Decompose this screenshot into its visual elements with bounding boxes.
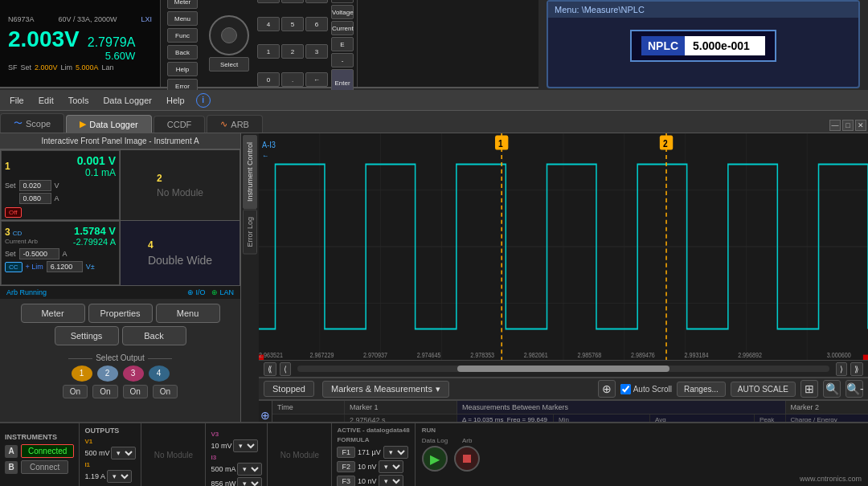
zoom-fit-btn[interactable]: ⊞ [800, 380, 818, 398]
auto-scroll-checkbox[interactable] [620, 384, 631, 394]
i1-select[interactable]: ▾ [107, 470, 132, 483]
tab-data-logger[interactable]: ▶ Data Logger [66, 115, 152, 133]
select-key[interactable]: Select [209, 57, 249, 71]
back-key[interactable]: Back [167, 45, 198, 59]
properties-button[interactable]: Properties [88, 304, 153, 323]
crosshair-btn[interactable]: ⊕ [598, 380, 616, 398]
menu-data-logger[interactable]: Data Logger [96, 93, 158, 108]
v1-val: 500 mV [84, 449, 109, 457]
active-label: ACTIVE - datalogdata48 [337, 427, 409, 434]
arb-run-label: Arb [462, 437, 472, 444]
crosshair-icon[interactable]: ⊕ [260, 409, 270, 422]
menu-tools[interactable]: Tools [62, 93, 96, 108]
ch1-current: 0.1 mA [77, 167, 116, 178]
output-num-2[interactable]: 2 [97, 366, 118, 382]
key-8[interactable]: 8 [281, 0, 304, 3]
output-num-3[interactable]: 3 [123, 366, 144, 382]
key-backspace[interactable]: ← [305, 72, 328, 87]
tab-scope[interactable]: 〜 Scope [0, 113, 64, 133]
zoom-in-btn[interactable]: 🔍+ [823, 380, 841, 398]
on-btn-2[interactable]: On [92, 385, 117, 398]
minimize-btn[interactable]: — [829, 120, 841, 131]
stop-button[interactable]: ⏹ [454, 446, 480, 472]
func-buttons: Meter Menu Func Back Help Error [167, 0, 198, 93]
key-6[interactable]: 6 [305, 17, 328, 31]
on-btn-4[interactable]: On [153, 385, 178, 398]
zoom-out-btn[interactable]: 🔍- [845, 380, 863, 398]
key-9[interactable]: 9 [305, 0, 328, 3]
maximize-btn[interactable]: □ [842, 120, 854, 131]
f2-select[interactable]: ▾ [379, 460, 403, 473]
ch2-num: 2 [157, 173, 203, 184]
help-key[interactable]: Help [167, 62, 198, 76]
func-key[interactable]: Func [167, 28, 198, 43]
meter-button[interactable]: Meter [21, 304, 85, 323]
ch3-num: 3 [5, 227, 10, 238]
onoff-key[interactable]: On/Off [331, 0, 354, 3]
nplc-value[interactable]: 5.000e-001 [685, 36, 765, 55]
key-4[interactable]: 4 [257, 17, 280, 31]
menu-button[interactable]: Menu [156, 304, 220, 323]
f1-select[interactable]: ▾ [383, 446, 408, 459]
f3-badge: F3 [337, 476, 355, 486]
auto-scale-button[interactable]: AUTO SCALE [731, 382, 796, 397]
key-5[interactable]: 5 [281, 17, 304, 31]
nav-prev[interactable]: ⟨ [280, 362, 291, 376]
key-E[interactable]: E [331, 37, 354, 51]
tab-arb[interactable]: ∿ ARB [207, 115, 263, 133]
f3-select[interactable]: ▾ [379, 475, 403, 486]
play-button[interactable]: ▶ [422, 446, 448, 472]
i3-select[interactable]: ▾ [237, 463, 262, 476]
ch1-set-v-input[interactable] [19, 180, 51, 191]
close-btn[interactable]: ✕ [855, 120, 866, 131]
select-output-title: Select Output [3, 353, 237, 362]
channel-3-box: 3 CD Current Arb 1.5784 V -2.79924 A Set… [1, 221, 120, 285]
key-dot[interactable]: . [281, 72, 304, 87]
markers-button[interactable]: Markers & Measurements ▾ [322, 381, 449, 398]
back-button[interactable]: Back [122, 326, 186, 345]
ch3-plus-input[interactable] [47, 261, 83, 272]
key-0[interactable]: 0 [257, 72, 280, 87]
vert-tab-instrument-control[interactable]: Instrument Control [243, 135, 257, 209]
p3-select[interactable]: ▾ [237, 477, 262, 486]
output-num-1[interactable]: 1 [72, 366, 92, 382]
key-7[interactable]: 7 [257, 0, 280, 3]
settings-button[interactable]: Settings [55, 326, 119, 345]
svg-text:2.970937: 2.970937 [363, 352, 387, 360]
run-label: RUN [422, 427, 480, 434]
on-btn-1[interactable]: On [63, 385, 88, 398]
menu-bar: File Edit Tools Data Logger Help i [0, 90, 868, 111]
info-icon[interactable]: i [196, 93, 211, 108]
nav-first[interactable]: ⟪ [264, 362, 276, 376]
voltage-key[interactable]: Voltage [331, 5, 354, 19]
sf-label: SF [8, 63, 18, 71]
menu-edit[interactable]: Edit [32, 93, 60, 108]
watermark: www.cntronics.com [800, 475, 862, 483]
meter-key[interactable]: Meter [167, 0, 198, 9]
current-key[interactable]: Current [331, 21, 354, 35]
nav-next[interactable]: ⟩ [836, 362, 847, 376]
ranges-button[interactable]: Ranges... [677, 382, 726, 397]
inst-b-connect[interactable]: Connect [21, 460, 68, 474]
ch1-set-a-input[interactable] [19, 193, 51, 204]
menu-file[interactable]: File [3, 93, 31, 108]
v3-select[interactable]: ▾ [233, 439, 258, 452]
stopped-button[interactable]: Stopped [264, 381, 314, 397]
nav-last[interactable]: ⟫ [850, 362, 863, 376]
output-num-4[interactable]: 4 [149, 366, 170, 382]
on-btn-3[interactable]: On [123, 385, 148, 398]
key-3[interactable]: 3 [305, 44, 328, 59]
menu-key[interactable]: Menu [167, 11, 198, 26]
model-spec: 60V / 33A, 2000W [58, 15, 117, 23]
key-1[interactable]: 1 [257, 44, 280, 59]
v1-select[interactable]: ▾ [111, 447, 136, 459]
tab-ccdf[interactable]: CCDF [154, 116, 206, 133]
ch3-set-a-input[interactable] [19, 248, 59, 259]
inst-a-status[interactable]: Connected [21, 444, 74, 458]
key-2[interactable]: 2 [281, 44, 304, 59]
menu-help[interactable]: Help [160, 93, 191, 108]
nav-wheel[interactable] [209, 15, 249, 55]
vert-tab-error-log[interactable]: Error Log [243, 210, 257, 255]
instrument-display: N6973A 60V / 33A, 2000W LXI 2.003V 2.797… [0, 0, 161, 87]
key-minus[interactable]: - [331, 53, 354, 67]
